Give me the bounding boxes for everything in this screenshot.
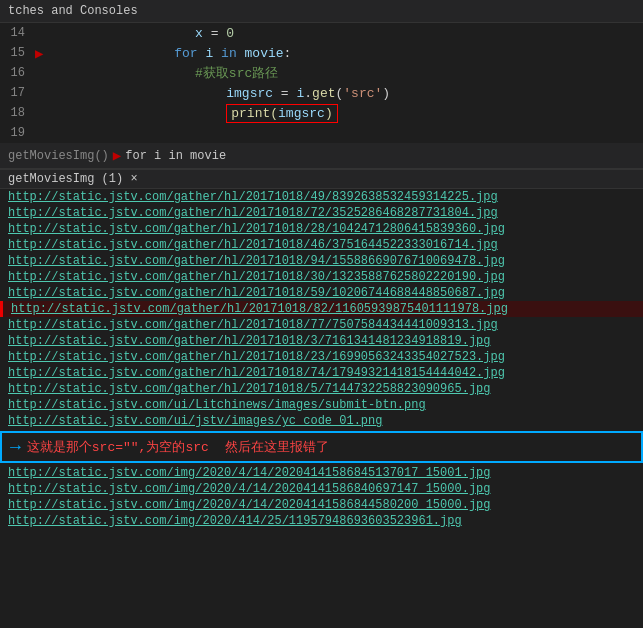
code-panel: tches and Consoles 14 x = 0 15 ▶ for i i…: [0, 0, 643, 170]
line-number: 15: [0, 46, 35, 60]
output-line-item[interactable]: http://static.jstv.com/gather/hl/2017101…: [0, 269, 643, 285]
annotation-arrow-icon: →: [10, 437, 21, 457]
line-number: 14: [0, 26, 35, 40]
output-lines-after-list: http://static.jstv.com/img/2020/4/14/202…: [0, 465, 643, 529]
output-line-item[interactable]: http://static.jstv.com/gather/hl/2017101…: [0, 365, 643, 381]
output-line-after-item[interactable]: http://static.jstv.com/img/2020/4/14/202…: [0, 465, 643, 481]
annotation-text-1: 这就是那个src="",为空的src: [27, 438, 209, 456]
output-line-item[interactable]: http://static.jstv.com/gather/hl/2017101…: [0, 381, 643, 397]
output-line-item[interactable]: http://static.jstv.com/ui/Litchinews/ima…: [0, 397, 643, 413]
output-line-after-item[interactable]: http://static.jstv.com/img/2020/4/14/202…: [0, 481, 643, 497]
output-line-item[interactable]: http://static.jstv.com/gather/hl/2017101…: [0, 205, 643, 221]
annotation-text-2: [213, 440, 221, 455]
output-line-item[interactable]: http://static.jstv.com/ui/jstv/images/yc…: [0, 413, 643, 429]
output-line-item[interactable]: http://static.jstv.com/gather/hl/2017101…: [0, 237, 643, 253]
call-stack-arrow-icon: ▶: [113, 147, 121, 164]
output-lines-list: http://static.jstv.com/gather/hl/2017101…: [0, 189, 643, 429]
output-line-item[interactable]: http://static.jstv.com/gather/hl/2017101…: [0, 285, 643, 301]
call-stack-bar: getMoviesImg() ▶ for i in movie: [0, 143, 643, 169]
output-line-after-item[interactable]: http://static.jstv.com/img/2020/4/14/202…: [0, 497, 643, 513]
line-number: 17: [0, 86, 35, 100]
code-line-18: 18 print(imgsrc): [0, 103, 643, 123]
output-line-item[interactable]: http://static.jstv.com/gather/hl/2017101…: [0, 301, 643, 317]
call-stack-label: getMoviesImg(): [8, 149, 109, 163]
output-panel: getMoviesImg (1) × http://static.jstv.co…: [0, 170, 643, 529]
annotation-text-3: 然后在这里报错了: [225, 438, 329, 456]
line-number: 18: [0, 106, 35, 120]
line-content: print(imgsrc): [35, 89, 643, 138]
output-line-after-item[interactable]: http://static.jstv.com/img/2020/414/25/1…: [0, 513, 643, 529]
annotation-bar: → 这就是那个src="",为空的src 然后在这里报错了: [0, 431, 643, 463]
output-line-item[interactable]: http://static.jstv.com/gather/hl/2017101…: [0, 349, 643, 365]
call-stack-context: for i in movie: [125, 149, 226, 163]
highlighted-print: print(imgsrc): [226, 104, 337, 123]
output-line-item[interactable]: http://static.jstv.com/gather/hl/2017101…: [0, 317, 643, 333]
output-line-item[interactable]: http://static.jstv.com/gather/hl/2017101…: [0, 189, 643, 205]
output-header-label: getMoviesImg (1) ×: [8, 172, 138, 186]
output-panel-header: getMoviesImg (1) ×: [0, 170, 643, 189]
output-line-item[interactable]: http://static.jstv.com/gather/hl/2017101…: [0, 333, 643, 349]
output-line-item[interactable]: http://static.jstv.com/gather/hl/2017101…: [0, 253, 643, 269]
output-line-item[interactable]: http://static.jstv.com/gather/hl/2017101…: [0, 221, 643, 237]
code-area: 14 x = 0 15 ▶ for i in movie: 16 #获取src路…: [0, 23, 643, 143]
line-number: 16: [0, 66, 35, 80]
line-number: 19: [0, 126, 35, 140]
